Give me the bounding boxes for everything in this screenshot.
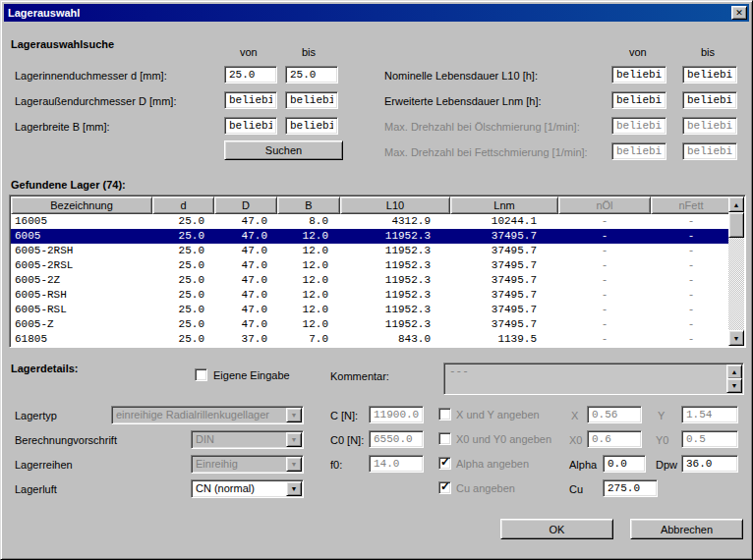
window-title: Lagerauswahl xyxy=(8,7,80,19)
label-lnm: Erweiterte Lebensdauer Lnm [h]: xyxy=(384,95,542,107)
table-cell: 12.0 xyxy=(277,303,340,317)
table-cell: 8.0 xyxy=(277,214,340,229)
label-aussendurchmesser: Lageraußendurchmesser D [mm]: xyxy=(15,95,176,107)
table-cell: 47.0 xyxy=(214,244,277,258)
c-label: C [N]: xyxy=(330,410,358,421)
table-cell: 12.0 xyxy=(277,288,340,303)
table-cell: - xyxy=(558,332,651,346)
close-button[interactable]: ✕ xyxy=(731,6,747,20)
kommentar-scroll-up-button[interactable]: ▲ xyxy=(726,364,742,379)
chevron-down-icon: ▼ xyxy=(291,461,298,468)
table-row[interactable]: 1600525.047.08.04312.910244.1-- xyxy=(11,214,728,229)
lagertyp-select: einreihige Radialrillenkugellager ▼ xyxy=(111,406,304,424)
cu-checkbox[interactable]: ✓ xyxy=(438,481,451,494)
chevron-down-icon: ▼ xyxy=(291,485,298,492)
table-cell: - xyxy=(558,229,651,244)
table-row[interactable]: 600525.047.012.011952.337495.7-- xyxy=(11,229,728,244)
lagerreihen-dropdown-button: ▼ xyxy=(286,457,302,472)
table-row[interactable]: 6005-2Z25.047.012.011952.337495.7-- xyxy=(11,273,728,288)
l10-von-input[interactable] xyxy=(611,66,666,84)
cu-label: Cu xyxy=(569,483,583,495)
x0y0-checkbox-label: X0 und Y0 angeben xyxy=(456,433,551,445)
alpha-checkbox[interactable]: ✓ xyxy=(438,457,451,470)
column-header[interactable]: nÖl xyxy=(558,196,651,214)
scroll-down-button[interactable]: ▼ xyxy=(728,330,744,346)
bis-header-right: bis xyxy=(701,46,715,58)
table-row[interactable]: 6005-RSH25.047.012.011952.337495.7-- xyxy=(11,288,728,303)
table-cell: 6005-2RSH xyxy=(11,244,152,258)
table-cell: - xyxy=(558,317,651,332)
scroll-up-button[interactable]: ▲ xyxy=(728,196,744,212)
cu-checkbox-label: Cu angeben xyxy=(456,482,515,494)
table-cell: - xyxy=(651,244,728,258)
lagerbreite-bis-input[interactable] xyxy=(285,117,338,135)
dpw-input[interactable] xyxy=(681,455,738,473)
table-cell: 12.0 xyxy=(277,244,340,258)
table-cell: 10244.1 xyxy=(450,214,558,229)
lnm-von-input[interactable] xyxy=(611,91,666,109)
results-table-body[interactable]: 1600525.047.08.04312.910244.1--600525.04… xyxy=(11,214,728,346)
results-scrollbar[interactable]: ▲ ▼ xyxy=(728,196,744,346)
table-cell: 11952.3 xyxy=(340,229,450,244)
results-table-header: BezeichnungdDBL10LnmnÖlnFett xyxy=(11,196,728,214)
table-row[interactable]: 6005-Z25.047.012.011952.337495.7-- xyxy=(11,317,728,332)
berechnung-select: DIN ▼ xyxy=(191,430,304,449)
innendurchmesser-bis-input[interactable] xyxy=(285,66,338,84)
scroll-thumb[interactable] xyxy=(728,212,744,238)
l10-bis-input[interactable] xyxy=(682,66,737,84)
titlebar[interactable]: Lagerauswahl ✕ xyxy=(4,4,749,22)
kommentar-textarea[interactable]: --- ▲ ▼ xyxy=(443,363,744,395)
column-header[interactable]: D xyxy=(214,196,277,214)
lagerreihen-select: Einreihig ▼ xyxy=(191,455,304,474)
table-row[interactable]: 6005-RSL25.047.012.011952.337495.7-- xyxy=(11,303,728,317)
eigene-eingabe-checkbox[interactable] xyxy=(195,368,207,381)
arrow-down-icon: ▼ xyxy=(731,382,738,389)
lagertyp-label: Lagertyp xyxy=(15,410,57,421)
table-row[interactable]: 6005-2RSL25.047.012.011952.337495.7-- xyxy=(11,258,728,273)
lagertyp-value: einreihige Radialrillenkugellager xyxy=(116,409,285,420)
suchen-button[interactable]: Suchen xyxy=(224,140,343,160)
berechnung-dropdown-button: ▼ xyxy=(286,432,302,447)
table-cell: 47.0 xyxy=(214,317,277,332)
table-cell: 25.0 xyxy=(152,332,214,346)
column-header[interactable]: B xyxy=(277,196,340,214)
table-cell: 11952.3 xyxy=(340,288,450,303)
column-header[interactable]: Bezeichnung xyxy=(11,196,152,214)
column-header[interactable]: L10 xyxy=(340,196,450,214)
search-section-title: Lagerauswahlsuche xyxy=(11,38,114,50)
column-header[interactable]: nFett xyxy=(651,196,728,214)
drehzahl-oel-bis-input xyxy=(682,117,737,135)
aussendurchmesser-von-input[interactable] xyxy=(224,91,277,109)
table-cell: 47.0 xyxy=(214,229,277,244)
results-table: BezeichnungdDBL10LnmnÖlnFett 1600525.047… xyxy=(9,195,746,348)
kommentar-scrollbar[interactable]: ▲ ▼ xyxy=(726,364,742,393)
table-cell: 11952.3 xyxy=(340,317,450,332)
table-cell: - xyxy=(558,244,651,258)
c0-label: C0 [N]: xyxy=(330,434,364,446)
drehzahl-fett-von-input xyxy=(611,142,666,160)
lagerluft-dropdown-button[interactable]: ▼ xyxy=(286,481,302,496)
table-cell: - xyxy=(651,332,728,346)
ok-button[interactable]: OK xyxy=(500,519,613,539)
table-row[interactable]: 6005-2RSH25.047.012.011952.337495.7-- xyxy=(11,244,728,258)
cu-input[interactable] xyxy=(603,479,658,497)
cancel-button[interactable]: Abbrechen xyxy=(630,519,743,539)
lagerluft-select[interactable]: CN (normal) ▼ xyxy=(191,479,304,498)
aussendurchmesser-bis-input[interactable] xyxy=(285,91,338,109)
table-cell: 11952.3 xyxy=(340,303,450,317)
innendurchmesser-von-input[interactable] xyxy=(224,66,277,84)
kommentar-value: --- xyxy=(449,365,469,377)
table-row[interactable]: 6180525.037.07.0843.01139.5-- xyxy=(11,332,728,346)
table-cell: 6005-RSH xyxy=(11,288,152,303)
table-cell: 47.0 xyxy=(214,258,277,273)
y0-label: Y0 xyxy=(656,434,668,446)
column-header[interactable]: d xyxy=(152,196,214,214)
lnm-bis-input[interactable] xyxy=(682,91,737,109)
table-cell: 25.0 xyxy=(152,258,214,273)
lagerbreite-von-input[interactable] xyxy=(224,117,277,135)
alpha-input[interactable] xyxy=(603,455,646,473)
column-header[interactable]: Lnm xyxy=(450,196,558,214)
table-cell: - xyxy=(651,229,728,244)
kommentar-scroll-down-button[interactable]: ▼ xyxy=(726,378,742,393)
table-cell: - xyxy=(558,214,651,229)
